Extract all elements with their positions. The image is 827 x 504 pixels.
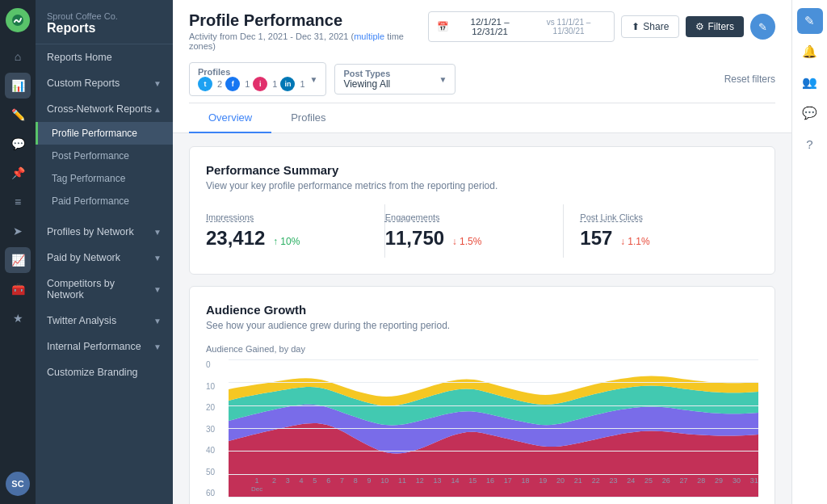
impressions-value: 23,412 bbox=[206, 227, 265, 249]
profiles-dropdown[interactable]: Profiles t 2 f 1 i 1 in 1 ▼ bbox=[189, 62, 326, 96]
nav-analytics-icon[interactable]: 📈 bbox=[5, 247, 31, 273]
chevron-down-icon: ▼ bbox=[439, 75, 447, 84]
linkedin-badge: in bbox=[280, 77, 295, 91]
sidebar-item-profile-performance[interactable]: Profile Performance bbox=[36, 122, 173, 145]
right-bar-question-icon[interactable]: ? bbox=[797, 131, 823, 157]
share-icon: ⬆ bbox=[632, 21, 640, 32]
twitter-count: 2 bbox=[217, 79, 222, 89]
user-menu-button[interactable]: ✎ bbox=[750, 14, 775, 40]
post-types-value: Viewing All bbox=[343, 78, 390, 90]
engagements-value: 11,750 bbox=[385, 227, 444, 249]
sidebar-item-profiles-by-network[interactable]: Profiles by Network ▼ bbox=[36, 219, 173, 245]
sidebar-item-twitter-analysis[interactable]: Twitter Analysis ▼ bbox=[36, 308, 173, 334]
post-types-label: Post Types bbox=[343, 69, 390, 78]
app-logo[interactable] bbox=[6, 8, 30, 32]
audience-growth-chart: 60 50 40 30 20 10 0 bbox=[206, 360, 758, 504]
sidebar-item-paid-by-network[interactable]: Paid by Network ▼ bbox=[36, 245, 173, 271]
chart-label: Audience Gained, by day bbox=[206, 344, 758, 354]
post-types-dropdown[interactable]: Post Types Viewing All ▼ bbox=[334, 64, 455, 94]
metrics-row: Impressions 23,412 ↑ 10% Engagements 11,… bbox=[206, 204, 758, 258]
nav-tasks-icon[interactable]: 📌 bbox=[5, 160, 31, 186]
user-avatar[interactable]: SC bbox=[6, 472, 30, 496]
share-button[interactable]: ⬆ Share bbox=[621, 15, 679, 38]
performance-summary-title: Performance Summary bbox=[206, 163, 758, 177]
company-name: Sprout Coffee Co. bbox=[47, 11, 162, 21]
right-bar: ✎ 🔔 👥 💬 ? bbox=[791, 0, 827, 504]
sidebar-item-cross-network[interactable]: Cross-Network Reports ▲ bbox=[36, 96, 173, 122]
multiple-link[interactable]: multiple bbox=[354, 32, 384, 41]
sidebar-item-tag-performance[interactable]: Tag Performance bbox=[36, 167, 173, 190]
nav-messages-icon[interactable]: 💬 bbox=[5, 131, 31, 157]
post-link-clicks-label: Post Link Clicks bbox=[580, 212, 742, 222]
facebook-count: 1 bbox=[245, 79, 250, 89]
topbar-actions: 📅 12/1/21 – 12/31/21 vs 11/1/21 – 11/30/… bbox=[428, 11, 775, 42]
page-header: Profile Performance Activity from Dec 1,… bbox=[189, 11, 428, 51]
topbar-row1: Profile Performance Activity from Dec 1,… bbox=[189, 11, 775, 51]
instagram-count: 1 bbox=[272, 79, 277, 89]
audience-growth-subtitle: See how your audience grew during the re… bbox=[206, 320, 758, 331]
nav-send-icon[interactable]: ➤ bbox=[5, 218, 31, 244]
right-bar-bell-icon[interactable]: 🔔 bbox=[797, 39, 823, 65]
sidebar-item-cross-network-label: Cross-Network Reports bbox=[47, 103, 152, 115]
engagements-label: Engagements bbox=[385, 212, 548, 222]
impressions-change: ↑ 10% bbox=[273, 236, 300, 247]
topbar: Profile Performance Activity from Dec 1,… bbox=[173, 0, 791, 133]
facebook-badge: f bbox=[225, 77, 240, 91]
right-bar-people-icon[interactable]: 👥 bbox=[797, 69, 823, 95]
impressions-label: Impressions bbox=[206, 212, 368, 222]
chevron-down-icon: ▼ bbox=[153, 79, 162, 88]
sidebar-item-competitors-by-network[interactable]: Competitors by Network ▼ bbox=[36, 271, 173, 308]
vs-date: vs 11/1/21 – 11/30/21 bbox=[531, 18, 607, 36]
sidebar-header: Sprout Coffee Co. Reports bbox=[36, 0, 173, 44]
instagram-badge: i bbox=[253, 77, 267, 91]
sidebar-item-custom-reports[interactable]: Custom Reports ▼ bbox=[36, 70, 173, 96]
calendar-icon: 📅 bbox=[437, 21, 448, 32]
filter-icon: ⚙ bbox=[695, 21, 704, 32]
sidebar-item-post-performance[interactable]: Post Performance bbox=[36, 145, 173, 167]
post-link-clicks-value: 157 bbox=[580, 227, 612, 249]
chart-area: 1Dec 2 3 4 5 6 7 8 9 10 11 12 13 14 bbox=[229, 360, 758, 498]
date-range-button[interactable]: 📅 12/1/21 – 12/31/21 vs 11/1/21 – 11/30/… bbox=[428, 11, 615, 42]
chevron-down-icon: ▼ bbox=[310, 75, 318, 84]
chevron-down-icon: ▼ bbox=[153, 228, 162, 237]
chevron-down-icon: ▼ bbox=[153, 285, 162, 294]
sidebar-item-internal-performance[interactable]: Internal Performance ▼ bbox=[36, 334, 173, 359]
sidebar-item-reports-home-label: Reports Home bbox=[47, 52, 112, 63]
reset-filters-button[interactable]: Reset filters bbox=[724, 74, 775, 85]
sidebar-item-paid-performance[interactable]: Paid Performance bbox=[36, 190, 173, 212]
nav-compose-icon[interactable]: ✏️ bbox=[5, 102, 31, 128]
chevron-down-icon: ▼ bbox=[153, 254, 162, 262]
tab-profiles[interactable]: Profiles bbox=[271, 103, 345, 133]
icon-bar: ⌂ 📊 ✏️ 💬 📌 ≡ ➤ 📈 🧰 ★ SC bbox=[0, 0, 36, 504]
right-bar-chat-icon[interactable]: 💬 bbox=[797, 100, 823, 126]
x-axis: 1Dec 2 3 4 5 6 7 8 9 10 11 12 13 14 bbox=[251, 473, 758, 498]
nav-feed-icon[interactable]: ≡ bbox=[5, 189, 31, 215]
audience-growth-card: Audience Growth See how your audience gr… bbox=[189, 286, 775, 504]
performance-summary-subtitle: View your key profile performance metric… bbox=[206, 180, 758, 191]
profiles-label: Profiles bbox=[198, 67, 305, 77]
nav-home-icon[interactable]: ⌂ bbox=[5, 44, 31, 69]
sidebar-item-reports-home[interactable]: Reports Home bbox=[36, 44, 173, 70]
sidebar-item-customize-branding[interactable]: Customize Branding bbox=[36, 359, 173, 385]
date-range-value: 12/1/21 – 12/31/21 bbox=[452, 17, 527, 36]
metric-engagements: Engagements 11,750 ↓ 1.5% bbox=[385, 204, 565, 258]
post-link-clicks-change: ↓ 1.1% bbox=[620, 236, 650, 247]
audience-growth-title: Audience Growth bbox=[206, 303, 758, 317]
sidebar-item-custom-reports-label: Custom Reports bbox=[47, 78, 120, 89]
performance-summary-card: Performance Summary View your key profil… bbox=[189, 146, 775, 275]
chevron-down-icon: ▼ bbox=[153, 317, 162, 326]
nav-reports-icon[interactable]: 📊 bbox=[5, 73, 31, 99]
tabs-row: Overview Profiles bbox=[189, 103, 775, 132]
engagements-change: ↓ 1.5% bbox=[452, 236, 482, 247]
nav-tools-icon[interactable]: 🧰 bbox=[5, 276, 31, 302]
nav-star-icon[interactable]: ★ bbox=[5, 305, 31, 331]
metric-post-link-clicks: Post Link Clicks 157 ↓ 1.1% bbox=[564, 204, 758, 258]
linkedin-count: 1 bbox=[300, 79, 304, 89]
right-bar-edit-icon[interactable]: ✎ bbox=[797, 8, 823, 34]
page-subtitle: Activity from Dec 1, 2021 - Dec 31, 2021… bbox=[189, 32, 428, 51]
filters-button[interactable]: ⚙ Filters bbox=[686, 16, 744, 37]
chevron-down-icon: ▼ bbox=[153, 342, 162, 351]
tab-overview[interactable]: Overview bbox=[189, 103, 271, 133]
chevron-down-icon: ▲ bbox=[153, 105, 162, 114]
sidebar: Sprout Coffee Co. Reports Reports Home C… bbox=[36, 0, 173, 504]
